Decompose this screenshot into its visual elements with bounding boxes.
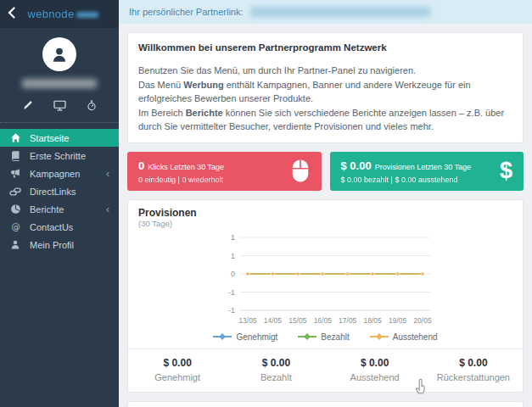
commissions-chart-panel: Provisionen (30 Tage) 110-1-113/0514/051… xyxy=(127,199,524,393)
commissions-sub: $ 0.00 bezahlt | $ 0.00 ausstehend xyxy=(341,176,500,184)
total-r-ckerstattungen: $ 0.00Rückerstattungen xyxy=(424,349,523,392)
chart-subtitle: (30 Tage) xyxy=(138,219,512,228)
sidebar-item-berichte[interactable]: Berichte‹ xyxy=(0,200,119,218)
main-area: Ihr persönlicher Partnerlink: Willkommen… xyxy=(119,0,532,407)
sidebar-item-erste-schritte[interactable]: Erste Schritte xyxy=(0,147,119,164)
legend-marker-icon xyxy=(370,332,389,342)
sidebar-item-kampagnen[interactable]: Kampagnen‹ xyxy=(0,164,119,182)
chevron-left-icon: ‹ xyxy=(106,169,109,179)
svg-text:@: @ xyxy=(11,221,20,231)
welcome-line-2: Das Menü Werbung enthält Kampagnen, Bann… xyxy=(138,78,512,106)
welcome-panel: Willkommen bei unserem Partnerprogramm N… xyxy=(127,32,524,143)
chart-svg: 110-1-113/0514/0515/0516/0517/0518/0519/… xyxy=(211,231,440,332)
monitor-icon[interactable] xyxy=(53,100,66,111)
dollar-icon: $ xyxy=(500,159,512,182)
sidebar-item-label: DirectLinks xyxy=(30,187,76,197)
chevron-left-icon: ‹ xyxy=(106,204,109,215)
svg-text:1: 1 xyxy=(230,251,234,259)
partner-link-redacted[interactable] xyxy=(250,7,430,17)
total-value: $ 0.00 xyxy=(227,357,325,369)
total-value: $ 0.00 xyxy=(128,357,227,369)
content: Willkommen bei unserem Partnerprogramm N… xyxy=(119,24,532,407)
legend-marker-icon xyxy=(298,332,316,342)
at-icon: @ xyxy=(9,221,21,232)
profile-actions xyxy=(0,100,119,111)
svg-text:1: 1 xyxy=(230,233,234,242)
clicks-card: 0Klicks Letzten 30 Tage 0 eindeutig | 0 … xyxy=(127,152,322,191)
sidebar-item-label: ContactUs xyxy=(30,222,73,232)
svg-text:18/05: 18/05 xyxy=(363,316,382,325)
svg-text:15/05: 15/05 xyxy=(288,316,307,325)
commissions-card: $ 0.00Provisionen Letzten 30 Tage $ 0.00… xyxy=(330,152,524,191)
totals-row: $ 0.00Genehmigt$ 0.00Bezahlt$ 0.00Ausste… xyxy=(128,348,523,392)
svg-text:14/05: 14/05 xyxy=(263,316,282,325)
chart-legend: GenehmigtBezahltAusstehend xyxy=(138,332,512,348)
legend-genehmigt[interactable]: Genehmigt xyxy=(213,332,277,342)
chevron-left-icon xyxy=(8,7,15,22)
total-label: Genehmigt xyxy=(128,372,227,382)
avatar xyxy=(42,37,76,71)
username-redacted xyxy=(22,79,97,88)
welcome-title: Willkommen bei unserem Partnerprogramm N… xyxy=(138,41,512,55)
book-icon xyxy=(9,150,21,161)
clicks-sub: 0 eindeutig | 0 wiederholt xyxy=(138,176,290,184)
mouse-icon xyxy=(290,159,311,183)
stopwatch-icon[interactable] xyxy=(87,100,97,111)
svg-text:17/05: 17/05 xyxy=(339,316,357,325)
legend-ausstehend[interactable]: Ausstehend xyxy=(370,332,438,342)
sidebar-item-label: Startseite xyxy=(30,133,69,143)
commissions-label: Provisionen Letzten 30 Tage xyxy=(375,163,471,171)
svg-text:20/05: 20/05 xyxy=(413,316,432,325)
svg-text:19/05: 19/05 xyxy=(388,316,406,325)
sidebar-item-label: Berichte xyxy=(30,204,64,215)
home-icon xyxy=(9,132,21,143)
sidebar-item-mein-profil[interactable]: Mein Profil xyxy=(0,236,119,254)
legend-marker-icon xyxy=(213,332,232,342)
total-label: Bezahlt xyxy=(227,372,325,382)
sidebar-item-startseite[interactable]: Startseite xyxy=(0,129,119,147)
collapse-sidebar-button[interactable] xyxy=(8,7,15,22)
total-label: Ausstehend xyxy=(326,372,424,382)
legend-label: Ausstehend xyxy=(393,332,438,342)
total-label: Rückerstattungen xyxy=(424,372,523,382)
chart-header: Provisionen (30 Tage) xyxy=(138,207,512,228)
shortcuts-panel: Affiliate panel tutorial videoMein Profi… xyxy=(127,401,524,407)
logo-suffix-redacted xyxy=(76,12,98,18)
welcome-line-1: Benutzen Sie das Menü, um durch Ihr Part… xyxy=(138,64,512,78)
stat-cards-row: 0Klicks Letzten 30 Tage 0 eindeutig | 0 … xyxy=(127,152,524,191)
sidebar-item-directlinks[interactable]: DirectLinks xyxy=(0,182,119,200)
sidebar-item-label: Erste Schritte xyxy=(30,151,86,161)
legend-bezahlt[interactable]: Bezahlt xyxy=(298,332,349,342)
partner-link-label: Ihr persönlicher Partnerlink: xyxy=(129,7,244,17)
total-ausstehend: $ 0.00Ausstehend xyxy=(326,349,424,392)
webnode-logo: webnode xyxy=(15,8,111,20)
welcome-line-3: Im Bereich Berichte können Sie sich vers… xyxy=(138,106,512,134)
megaphone-icon xyxy=(9,168,21,179)
clicks-value: 0 xyxy=(138,159,144,172)
svg-text:0: 0 xyxy=(230,270,234,278)
sidebar-item-contactus[interactable]: @ContactUs xyxy=(0,218,119,236)
sidebar-item-label: Kampagnen xyxy=(30,169,80,179)
commissions-value: $ 0.00 xyxy=(341,159,372,172)
svg-text:16/05: 16/05 xyxy=(313,316,332,325)
svg-text:13/05: 13/05 xyxy=(238,316,257,325)
pie-icon xyxy=(9,204,21,215)
commissions-line-chart: 110-1-113/0514/0515/0516/0517/0518/0519/… xyxy=(138,228,512,332)
clicks-label: Klicks Letzten 30 Tage xyxy=(148,163,224,171)
svg-text:-1: -1 xyxy=(227,287,234,296)
topbar: Ihr persönlicher Partnerlink: xyxy=(119,0,532,24)
sidebar-menu: StartseiteErste SchritteKampagnen‹Direct… xyxy=(0,123,119,254)
profile-section xyxy=(0,28,119,123)
total-genehmigt: $ 0.00Genehmigt xyxy=(128,349,227,392)
legend-label: Bezahlt xyxy=(321,332,349,342)
legend-label: Genehmigt xyxy=(236,332,277,342)
link-icon xyxy=(9,187,21,197)
svg-text:-1: -1 xyxy=(227,306,234,315)
edit-pencil-icon[interactable] xyxy=(23,100,33,111)
total-bezahlt: $ 0.00Bezahlt xyxy=(227,349,325,392)
sidebar-item-label: Mein Profil xyxy=(30,240,74,250)
total-value: $ 0.00 xyxy=(326,357,424,369)
sidebar-header: webnode xyxy=(0,0,119,28)
total-value: $ 0.00 xyxy=(424,357,523,369)
user-icon xyxy=(9,239,21,250)
